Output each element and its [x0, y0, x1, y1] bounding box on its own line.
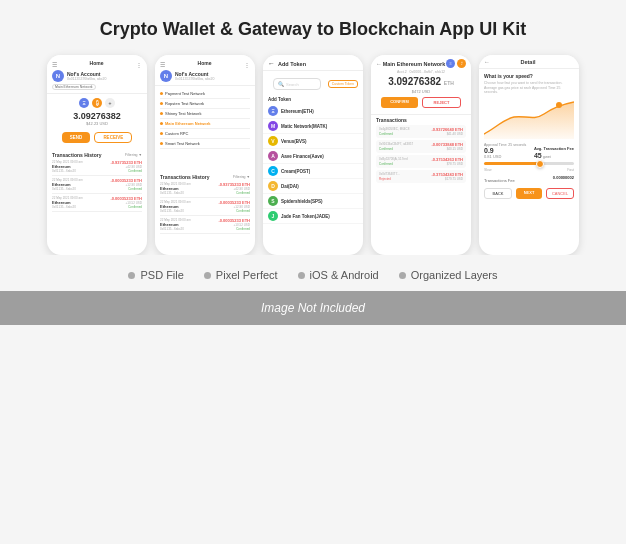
list-item[interactable]: Smart Test Network [160, 139, 250, 149]
footer-bar: Image Not Included [0, 291, 626, 325]
menu-dot [160, 142, 163, 145]
svg-point-0 [556, 102, 562, 108]
balance-usd: $42.23 USD [86, 121, 108, 126]
add-token-icon[interactable]: + [105, 98, 115, 108]
receive-button[interactable]: RECEIVE [94, 132, 132, 143]
detail-title: Detail [521, 59, 536, 65]
list-item[interactable]: D Dai(DAI) [263, 179, 363, 194]
confirm-button[interactable]: CONFIRM [381, 97, 418, 108]
eth-avatar2: N [160, 70, 172, 82]
list-item[interactable]: Payment Test Network [160, 89, 250, 99]
list-item[interactable]: M Matic Network(MATK) [263, 119, 363, 134]
phone-eth-network: ← Main Ethereum Network Ξ ₿ Acct.2 0x000… [371, 55, 471, 255]
jade-token-icon: J [268, 211, 278, 221]
eth-tx-section: Transactions 0x4g36050EC, f864C8 -0.9372… [371, 115, 471, 255]
table-row: 0x4g36050EC, f864C8 -0.93726640 ETH Conf… [376, 125, 466, 138]
phone-add-token: ← Add Token 🔍 Search Custom Token Add To… [263, 55, 363, 255]
gas-price-value: 45 [534, 152, 542, 159]
list-item[interactable]: Ξ Ethereum(ETH) [263, 104, 363, 119]
eth-small-icon: Ξ [446, 59, 455, 68]
tx-filter2: Filtering ▼ [233, 175, 250, 179]
feature-dot [204, 272, 211, 279]
feature-ios: iOS & Android [298, 269, 379, 281]
search-placeholder: Search [286, 82, 299, 87]
tx-fee-row: Transactions Fee 0.00000002 [484, 175, 574, 183]
feature-psd: PSD File [128, 269, 183, 281]
page-title: Crypto Wallet & Gateway to Blockchain Ap… [80, 0, 547, 55]
token-icons-row: Ξ ₿ + [79, 98, 115, 108]
phone2-header: ☰ Home ⋮ N Nof's Account 0x01135376fa6ba… [155, 55, 255, 86]
eth-usd: $472 USD [376, 89, 466, 94]
search-bar[interactable]: 🔍 Search [273, 78, 321, 90]
account-addr2: 0x01135376fa6ba, abc20 [175, 77, 215, 81]
slider-fast-label: Fast [567, 168, 574, 172]
home2-title: Home [198, 60, 212, 66]
speed-chart [484, 99, 574, 139]
menu-dot [160, 132, 163, 135]
transactions-section2: Transactions History Filtering ▼ 22 May … [155, 172, 255, 256]
feature-layers: Organized Layers [399, 269, 498, 281]
slider-thumb[interactable] [536, 160, 544, 168]
table-row: 22 May 2021 09:00 am Ethereum 0x01135...… [160, 218, 250, 234]
add-token-title: Add Token [278, 61, 306, 67]
btc-small-icon: ₿ [457, 59, 466, 68]
back-icon2[interactable]: ← [376, 61, 382, 67]
list-item[interactable]: Ropsten Test Network [160, 99, 250, 109]
back-icon[interactable]: ← [268, 60, 275, 67]
list-item-active[interactable]: Main Ethereum Network [160, 119, 250, 129]
features-bar: PSD File Pixel Perfect iOS & Android Org… [0, 255, 626, 291]
eth-avatar: N [52, 70, 64, 82]
tx-title2: Transactions History [160, 174, 209, 180]
aave-token-icon: A [268, 151, 278, 161]
speed-question: What is your speed? [484, 73, 574, 79]
table-row: 22 May 2021 09:00 am Ethereum 0x01135...… [52, 160, 142, 176]
phone4-header: ← Main Ethereum Network Ξ ₿ Acct.2 0x000… [371, 55, 471, 115]
search-icon: 🔍 [278, 81, 284, 87]
eth-icon: Ξ [79, 98, 89, 108]
list-item[interactable]: Shiney Test Network [160, 109, 250, 119]
list-item[interactable]: C Cream(POST) [263, 164, 363, 179]
speed-values-row: Approval Time: 25 seconds 0.9 0.81 USD A… [484, 143, 574, 159]
home-title: Home [90, 60, 104, 66]
phone-header-home: ☰ Home ⋮ N Nof's Account 0x01135376fa6ba… [47, 55, 147, 94]
phone-home: ☰ Home ⋮ N Nof's Account 0x01135376fa6ba… [47, 55, 147, 255]
send-button[interactable]: SEND [62, 132, 91, 143]
feature-pixel: Pixel Perfect [204, 269, 278, 281]
matic-token-icon: M [268, 121, 278, 131]
back-icon3[interactable]: ← [484, 59, 490, 65]
menu-dot [160, 102, 163, 105]
tx-filter: Filtering ▼ [125, 153, 142, 157]
feature-pixel-label: Pixel Perfect [216, 269, 278, 281]
list-item[interactable]: V Venus(BVS) [263, 134, 363, 149]
list-item[interactable]: Custom RPC [160, 129, 250, 139]
back-button[interactable]: BACK [484, 188, 512, 199]
list-item[interactable]: J Jade Fan Token(JADE) [263, 209, 363, 224]
phone3-header: ← Add Token [263, 55, 363, 71]
list-item[interactable]: S Spidershields(SPS) [263, 194, 363, 209]
speed-slider[interactable] [484, 162, 574, 165]
custom-token-button[interactable]: Custom Token [328, 80, 358, 88]
search-row: 🔍 Search Custom Token [268, 74, 358, 94]
table-row: 22 May 2021 09:00 am Ethereum 0x01135...… [52, 196, 142, 212]
btc-icon: ₿ [92, 98, 102, 108]
list-item[interactable]: A Aave Finance(Aave) [263, 149, 363, 164]
venus-token-icon: V [268, 136, 278, 146]
action-buttons: SEND RECEIVE [62, 132, 132, 143]
tx-fee-value: 0.00000002 [553, 175, 574, 183]
speed-unit: 0.81 USD [484, 154, 526, 159]
reject-button[interactable]: REJECT [422, 97, 461, 108]
gas-price-label: Avg. Transaction Fee [534, 146, 574, 151]
transactions-section: Transactions History Filtering ▼ 22 May … [47, 150, 147, 255]
account-addr: 0x01135376fa6ba, abc20 [67, 77, 107, 81]
cancel-button[interactable]: CANCEL [546, 188, 574, 199]
table-row: 22 May 2021 09:00 am Ethereum 0x01135...… [160, 182, 250, 198]
tx-title: Transactions History [52, 152, 101, 158]
feature-dot [128, 272, 135, 279]
next-button[interactable]: NEXT [516, 188, 542, 199]
add-token-section-label: Add Token [263, 95, 363, 104]
detail-content: What is your speed? Choose how fast you … [479, 69, 579, 255]
phone5-header: ← Detail [479, 55, 579, 69]
menu-dot [160, 92, 163, 95]
feature-dot [298, 272, 305, 279]
network-badge: Main Ethereum Network [52, 84, 96, 90]
